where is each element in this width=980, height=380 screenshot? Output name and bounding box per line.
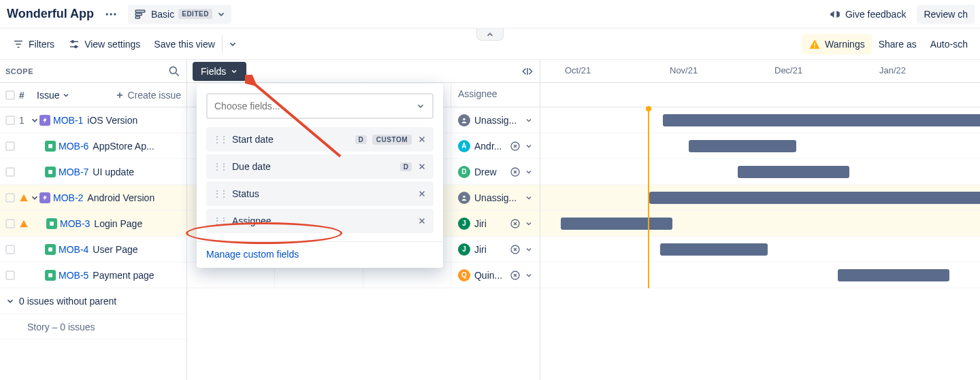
remove-field-icon[interactable] bbox=[417, 135, 427, 144]
drag-handle-icon[interactable]: ⋮⋮ bbox=[213, 189, 227, 198]
row-checkbox[interactable] bbox=[5, 219, 15, 228]
collapse-header-button[interactable] bbox=[476, 29, 504, 41]
select-all-checkbox[interactable] bbox=[5, 90, 15, 100]
chevron-down-icon bbox=[62, 91, 70, 99]
gantt-bar[interactable] bbox=[660, 243, 768, 256]
expand-caret-icon[interactable] bbox=[30, 193, 39, 203]
assignee-cell[interactable]: Unassig... bbox=[451, 185, 540, 210]
review-button[interactable]: Review ch bbox=[917, 5, 975, 24]
more-menu-button[interactable] bbox=[101, 4, 121, 24]
plan-pill[interactable]: Basic EDITED bbox=[128, 5, 231, 24]
view-settings-button[interactable]: View settings bbox=[61, 34, 147, 54]
drag-handle-icon[interactable]: ⋮⋮ bbox=[213, 162, 227, 171]
issue-row[interactable]: MOB-3Login Page bbox=[0, 211, 186, 237]
share-as-button[interactable]: Share as bbox=[872, 35, 924, 54]
timeline-row bbox=[540, 185, 980, 211]
assignee-cell[interactable]: QQuin... bbox=[451, 262, 540, 288]
plus-icon bbox=[115, 90, 125, 100]
fields-dropdown-panel: ⋮⋮Start dateDCUSTOM⋮⋮Due dateD⋮⋮Status⋮⋮… bbox=[197, 84, 443, 268]
svg-rect-5 bbox=[135, 16, 140, 18]
issue-key[interactable]: MOB-3 bbox=[60, 218, 90, 229]
timeline-row bbox=[540, 211, 980, 237]
field-chip[interactable]: ⋮⋮Due dateD bbox=[206, 154, 434, 179]
fields-search-wrapper[interactable] bbox=[206, 93, 434, 119]
issue-row[interactable]: MOB-4User Page bbox=[0, 237, 186, 262]
gantt-bar[interactable] bbox=[561, 218, 672, 230]
user-avatar: J bbox=[458, 243, 470, 256]
gantt-bar[interactable] bbox=[689, 140, 796, 152]
search-icon[interactable] bbox=[167, 65, 181, 78]
issue-row[interactable]: MOB-5Payment page bbox=[0, 262, 186, 288]
issue-key[interactable]: MOB-7 bbox=[59, 167, 88, 177]
remove-field-icon[interactable] bbox=[417, 189, 427, 198]
row-checkbox[interactable] bbox=[5, 245, 15, 254]
save-view-more-button[interactable] bbox=[222, 35, 243, 53]
svg-point-1 bbox=[110, 13, 112, 15]
issue-key[interactable]: MOB-5 bbox=[59, 270, 88, 281]
warnings-button[interactable]: Warnings bbox=[802, 34, 872, 54]
issue-title: UI update bbox=[93, 167, 134, 177]
save-view-button[interactable]: Save this view bbox=[147, 35, 221, 54]
field-chip[interactable]: ⋮⋮Status bbox=[206, 182, 434, 206]
create-issue-button[interactable]: Create issue bbox=[115, 90, 181, 101]
top-header: Wonderful App Basic EDITED Give feedback… bbox=[0, 0, 980, 29]
row-checkbox[interactable] bbox=[5, 271, 15, 280]
clear-assignee-icon[interactable] bbox=[510, 244, 521, 255]
story-subgroup[interactable]: Story – 0 issues bbox=[0, 314, 186, 340]
assignee-cell[interactable]: JJiri bbox=[451, 237, 540, 262]
gantt-bar[interactable] bbox=[663, 114, 980, 126]
gantt-bar[interactable] bbox=[838, 269, 949, 281]
assignee-name: Unassig... bbox=[474, 115, 521, 126]
issue-row[interactable]: MOB-7UI update bbox=[0, 159, 186, 185]
clear-assignee-icon[interactable] bbox=[510, 218, 521, 229]
assignee-cell[interactable]: JJiri bbox=[451, 211, 540, 236]
expand-caret-icon[interactable] bbox=[30, 116, 39, 125]
issue-column-header[interactable]: Issue bbox=[37, 90, 59, 101]
fields-search-input[interactable] bbox=[214, 101, 416, 111]
clear-assignee-icon[interactable] bbox=[510, 141, 521, 152]
row-checkbox[interactable] bbox=[5, 116, 15, 125]
issue-key[interactable]: MOB-6 bbox=[59, 141, 88, 152]
gantt-bar[interactable] bbox=[649, 192, 980, 204]
clear-assignee-icon[interactable] bbox=[510, 270, 521, 281]
issue-key[interactable]: MOB-2 bbox=[53, 192, 83, 203]
row-checkbox[interactable] bbox=[5, 167, 15, 177]
issue-title: Payment page bbox=[93, 270, 154, 281]
drag-handle-icon[interactable]: ⋮⋮ bbox=[213, 135, 227, 144]
collapse-icon bbox=[521, 66, 534, 77]
remove-field-icon[interactable] bbox=[417, 162, 427, 171]
filters-button[interactable]: Filters bbox=[5, 34, 61, 54]
auto-schedule-button[interactable]: Auto-sch bbox=[924, 35, 975, 54]
manage-custom-fields-link[interactable]: Manage custom fields bbox=[206, 249, 299, 260]
app-title: Wonderful App bbox=[7, 7, 94, 21]
collapse-columns-button[interactable] bbox=[521, 66, 534, 77]
assignee-cell[interactable]: AAndr... bbox=[451, 133, 540, 158]
clear-assignee-icon[interactable] bbox=[510, 167, 521, 177]
give-feedback-button[interactable]: Give feedback bbox=[829, 8, 906, 20]
issue-row[interactable]: MOB-2Android Version bbox=[0, 185, 186, 211]
filter-icon bbox=[12, 38, 24, 50]
story-icon bbox=[45, 167, 56, 177]
issue-row[interactable]: MOB-6AppStore Ap... bbox=[0, 133, 186, 159]
unassigned-avatar-icon bbox=[458, 114, 470, 126]
chevron-down-icon bbox=[228, 39, 238, 49]
assignee-cell[interactable]: DDrew bbox=[451, 159, 540, 184]
gantt-bar[interactable] bbox=[738, 166, 849, 178]
issues-without-parent-group[interactable]: 0 issues without parent bbox=[0, 288, 186, 314]
field-chip[interactable]: ⋮⋮Assignee bbox=[206, 209, 434, 233]
drag-handle-icon[interactable]: ⋮⋮ bbox=[213, 216, 227, 226]
issue-key[interactable]: MOB-4 bbox=[59, 244, 88, 255]
issue-key[interactable]: MOB-1 bbox=[53, 115, 83, 126]
row-checkbox[interactable] bbox=[5, 141, 15, 151]
timeline-header: Oct/21 Nov/21 Dec/21 Jan/22 bbox=[540, 60, 980, 83]
field-chip[interactable]: ⋮⋮Start dateDCUSTOM bbox=[206, 127, 434, 152]
assignee-cell[interactable]: Unassig... bbox=[451, 107, 540, 133]
chevron-down-icon bbox=[525, 245, 533, 254]
issue-title: Login Page bbox=[94, 218, 142, 229]
timeline-row bbox=[540, 133, 980, 159]
fields-button[interactable]: Fields bbox=[193, 62, 246, 81]
assignee-name: Unassig... bbox=[474, 192, 521, 203]
remove-field-icon[interactable] bbox=[417, 216, 427, 226]
row-checkbox[interactable] bbox=[5, 193, 15, 203]
issue-row[interactable]: 1MOB-1iOS Version bbox=[0, 107, 186, 133]
